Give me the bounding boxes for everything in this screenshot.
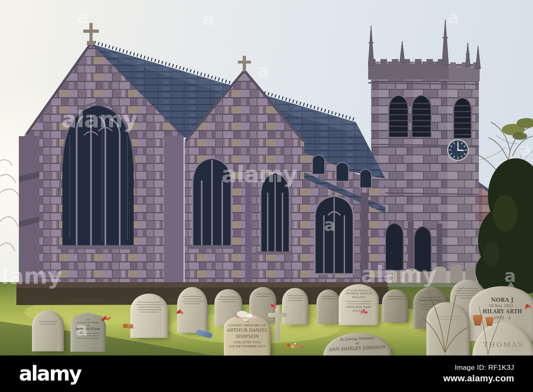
grave-flowers-red — [271, 304, 275, 308]
inscription-line: BOLAND — [352, 296, 365, 299]
inscription-line: LOVING MEMORY OF — [228, 324, 266, 328]
grave-flowers-mixed — [287, 344, 290, 347]
tower-clock — [448, 140, 468, 160]
stock-photo-frame: IN LOVING MEMORY OF RON HUTTON — [0, 0, 533, 392]
gravestone-ann-shirley-johnson: In Loving Memory of ANN SHIRLEY JOHNSON — [323, 331, 392, 356]
inscription-line: OF — [87, 324, 90, 327]
inscription-line: MARJORIE HALL — [419, 299, 442, 302]
inscription-line: HILARY ARTH — [483, 309, 522, 315]
grave-flowers-red — [178, 310, 181, 313]
gravestone — [382, 289, 408, 322]
watermark-bar: alamy Image ID: RF1K3J www.alamy.com — [0, 356, 533, 392]
inscription-line: KATHLEEN MARY — [346, 305, 371, 309]
photo-area: IN LOVING MEMORY OF RON HUTTON — [0, 0, 533, 356]
inscription-line: IN — [87, 318, 90, 321]
inscription-line: 26th JUNE 1942 — [234, 340, 261, 344]
grave-flowers-red — [526, 304, 529, 308]
gravestone-boland: In Loving Memory of THOMAS MARTIN BOLAND… — [339, 284, 379, 325]
inscription-line: IN — [246, 320, 249, 324]
inscription-line: 3rd DECEMBER 2010 — [229, 344, 266, 349]
inscription-line: ANN SHIRLEY JOHNSON — [329, 344, 386, 353]
gravestone-arthur-simpson: IN LOVING MEMORY OF ARTHUR DANIEL SIMPSO… — [224, 315, 271, 356]
alamy-logo: alamy — [19, 364, 81, 384]
grave-bouquet-white — [237, 311, 248, 317]
inscription-line: 1912 - 2 — [494, 315, 511, 320]
inscription-line: 18 Nov. 1921 - — [489, 304, 516, 309]
grave-flowers-red — [103, 317, 107, 320]
gravestone-rough — [426, 302, 470, 356]
image-id-label: Image ID: RF1K3J — [443, 364, 514, 372]
cross-horizontal — [268, 313, 287, 317]
inscription-line: SIMPSON — [236, 334, 259, 340]
cross-vertical — [275, 305, 280, 341]
gravestone-thomas: THOMAS — [472, 322, 533, 356]
gravestone — [177, 287, 207, 333]
gravestone — [130, 294, 168, 338]
inscription-line: of — [355, 342, 359, 346]
inscription-line: THOMAS — [483, 340, 524, 349]
gable2-cross-finial — [238, 56, 251, 71]
west-front — [19, 23, 184, 287]
gravestone — [32, 310, 64, 351]
gravestone — [317, 289, 340, 324]
grave-flowers-pink — [362, 310, 365, 313]
inscription-line: THOMAS MARTIN — [345, 292, 373, 296]
grave-pots-orange — [123, 324, 128, 328]
inscription-line: LOVING MEMORY — [76, 321, 100, 324]
inscription-line: ARTHUR DANIEL — [227, 328, 268, 333]
gable-cross-finial — [83, 23, 99, 45]
inscription-line: RON HUTTON — [76, 327, 100, 331]
yew-tree — [476, 158, 533, 294]
gravestone-ron-hutton: IN LOVING MEMORY OF RON HUTTON — [71, 312, 106, 352]
footer-info: Image ID: RF1K3J www.alamy.com — [443, 364, 514, 384]
inscription-line: In Loving Memory of — [347, 289, 371, 292]
alamy-url: www.alamy.com — [443, 373, 514, 384]
inscription-line: NORA J — [491, 297, 514, 304]
